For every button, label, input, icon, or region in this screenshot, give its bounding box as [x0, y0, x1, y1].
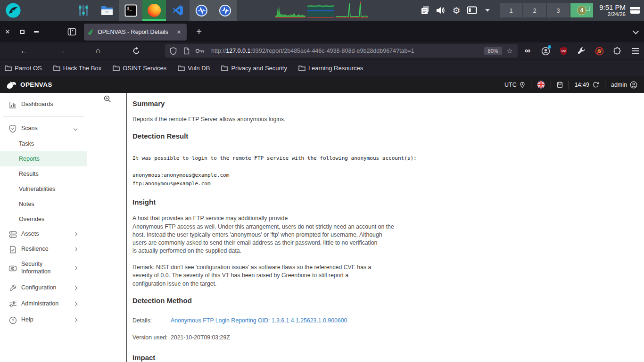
bookmark-star-icon[interactable]: ☆ — [507, 47, 513, 55]
chevron-down-icon[interactable] — [481, 4, 494, 16]
sidebar-item-overrides[interactable]: Overrides — [0, 212, 87, 227]
sidebar-item-resilience[interactable]: Resilience — [0, 242, 87, 257]
language-flag-button[interactable] — [537, 81, 545, 89]
workspace-2-button[interactable]: 2 — [523, 3, 546, 17]
wrench-extension-icon[interactable] — [572, 42, 590, 59]
sidebar-item-administration[interactable]: Administration — [0, 296, 87, 312]
sidebar-divider — [3, 333, 84, 333]
bookmark-label: Parrot OS — [15, 65, 42, 72]
zoom-level-badge[interactable]: 80% — [484, 47, 502, 55]
sidebar-item-vulnerabilities[interactable]: Vulnerabilities — [0, 181, 87, 197]
bookmark-folder-vuln-db[interactable]: Vuln DB — [178, 65, 210, 72]
user-menu[interactable]: admin — [611, 81, 637, 89]
firefox-view-button[interactable] — [66, 26, 77, 37]
sidebar-item-help[interactable]: ? Help — [0, 312, 87, 329]
bookmark-folder-learning-resources[interactable]: Learning Resources — [298, 65, 363, 72]
window-maximize-button[interactable] — [17, 21, 27, 42]
new-tab-button[interactable]: + — [192, 25, 206, 38]
page-info-icon[interactable] — [183, 47, 190, 55]
display-settings-icon[interactable] — [466, 4, 478, 16]
brand-name: OPENVAS — [20, 81, 52, 88]
sidebar-item-assets[interactable]: Assets — [0, 227, 87, 242]
clock-time: 9:51 PM — [599, 4, 626, 11]
tab-title: OPENVAS - Report Details — [98, 29, 175, 35]
window-close-button[interactable]: ✕ — [3, 21, 12, 42]
sidebar-item-results[interactable]: Results — [0, 166, 87, 181]
window-minimize-button[interactable] — [32, 21, 41, 42]
detection-result-heading: Detection Result — [132, 132, 644, 140]
sidebar-label: Notes — [19, 201, 34, 207]
sidebar-label: Vulnerabilities — [19, 186, 55, 192]
url-path: :9392/report/2b485ac4-446c-4938-808d-e9b… — [250, 48, 414, 54]
clipboard-manager-icon[interactable] — [419, 4, 431, 16]
cpu-graph — [275, 1, 305, 19]
sidebar-item-tasks[interactable]: Tasks — [0, 136, 87, 151]
bookmark-folder-parrot-os[interactable]: Parrot OS — [5, 65, 42, 72]
sidebar-item-reports[interactable]: Reports — [0, 151, 87, 166]
workspace-4-button[interactable]: 4 — [570, 3, 593, 17]
ublock-origin-icon[interactable]: UO — [554, 42, 572, 59]
insight-text: A host that provides an FTP service may … — [132, 214, 644, 288]
help-question-icon: ? — [8, 316, 17, 324]
greenbone-goat-icon — [6, 80, 17, 90]
sidebar-label: Security Information — [21, 261, 65, 275]
list-all-tabs-button[interactable] — [634, 29, 639, 35]
sidebar-item-notes[interactable]: Notes — [0, 197, 87, 212]
show-desktop-icon[interactable] — [629, 4, 641, 16]
nvt-details-link[interactable]: Anonymous FTP Login Reporting OID: 1.3.6… — [171, 317, 347, 324]
tracking-shield-icon[interactable] — [170, 47, 177, 55]
impact-heading: Impact — [132, 354, 644, 362]
folder-icon — [100, 5, 114, 16]
terminal-launcher[interactable]: $_ — [119, 0, 142, 21]
sidebar-item-scans[interactable]: Scans — [0, 121, 87, 136]
sidebar-label: Help — [21, 316, 33, 324]
session-timer[interactable]: 14:49 — [575, 81, 599, 88]
system-monitor-graphs[interactable] — [275, 1, 368, 19]
user-icon — [630, 81, 637, 89]
timezone-selector[interactable]: UTC — [504, 82, 525, 88]
settings-launcher[interactable] — [72, 0, 95, 21]
openvas-logo[interactable]: OPENVAS — [6, 80, 52, 90]
anonsurf-infinity-icon[interactable]: ∞ — [519, 42, 537, 59]
volume-icon[interactable] — [435, 4, 447, 16]
system-monitor-launcher[interactable] — [190, 0, 213, 21]
insight-heading: Insight — [132, 198, 644, 206]
shield-check-icon — [8, 124, 17, 133]
forward-button[interactable]: → — [56, 45, 68, 57]
sidebar-item-dashboards[interactable]: Dashboards — [0, 97, 87, 112]
sidebar-label: Assets — [21, 230, 39, 238]
parrot-logo-icon — [5, 2, 21, 18]
vscode-launcher[interactable] — [166, 0, 190, 21]
bookmark-folder-privacy-and-security[interactable]: Privacy and Security — [221, 65, 287, 72]
account-button[interactable] — [537, 42, 554, 59]
firefox-launcher[interactable] — [142, 0, 166, 21]
insecure-key-icon[interactable] — [195, 48, 205, 54]
reload-button[interactable] — [130, 45, 142, 57]
workspace-3-button[interactable]: 3 — [547, 3, 570, 17]
zoom-in-icon[interactable] — [104, 95, 111, 103]
hamburger-menu-icon[interactable] — [626, 42, 644, 59]
manual-button[interactable] — [557, 82, 563, 88]
browser-tab-report-details[interactable]: OPENVAS - Report Details ✕ — [84, 24, 187, 41]
file-manager-launcher[interactable] — [95, 0, 119, 21]
chevron-right-icon — [74, 267, 77, 270]
back-button[interactable]: ← — [18, 45, 30, 57]
sidebar-item-configuration[interactable]: Configuration — [0, 280, 87, 296]
folder-icon — [298, 65, 305, 71]
tab-close-button[interactable]: ✕ — [175, 28, 183, 36]
parrot-menu-button[interactable] — [3, 0, 24, 21]
url-bar[interactable]: http://127.0.0.1:9392/report/2b485ac4-44… — [165, 44, 518, 58]
version-label: Version used: — [132, 334, 171, 341]
home-button[interactable]: ⌂ — [92, 45, 104, 57]
system-monitor-launcher-2[interactable] — [213, 0, 237, 21]
bookmark-folder-hack-the-box[interactable]: Hack The Box — [53, 65, 101, 72]
gear-icon[interactable]: ⚙ — [450, 4, 462, 16]
extensions-puzzle-icon[interactable] — [608, 42, 626, 59]
bookmark-folder-osint-services[interactable]: OSINT Services — [113, 65, 166, 72]
workspace-1-button[interactable]: 1 — [500, 3, 522, 17]
sidebar-item-security-information[interactable]: Security Information — [0, 257, 87, 280]
noscript-icon[interactable] — [590, 42, 608, 59]
sliders-icon — [8, 301, 17, 308]
bookmark-label: Learning Resources — [308, 65, 363, 72]
clock-widget[interactable]: 9:51 PM 2/24/26 — [599, 4, 626, 17]
